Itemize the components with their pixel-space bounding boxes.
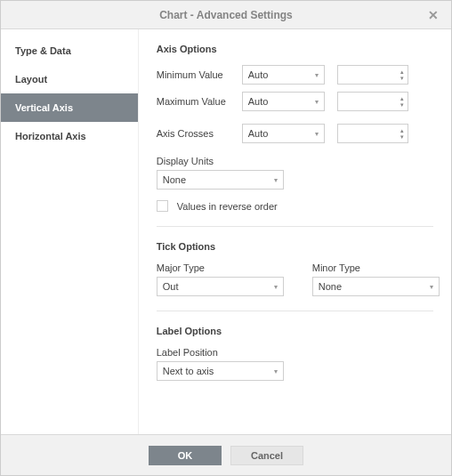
divider: [157, 226, 433, 227]
reverse-order-label: Values in reverse order: [177, 201, 278, 212]
axis-crosses-row: Axis Crosses Auto ▾ ▴▾: [157, 124, 433, 143]
sidebar-item-label: Type & Data: [15, 45, 71, 56]
chevron-down-icon: ▾: [400, 133, 404, 140]
chevron-down-icon: ▾: [274, 367, 278, 375]
select-value: Auto: [248, 128, 311, 139]
chevron-up-icon: ▴: [400, 95, 404, 101]
chevron-down-icon: ▾: [274, 176, 278, 184]
chevron-down-icon: ▾: [400, 75, 404, 81]
sidebar-item-label: Vertical Axis: [15, 102, 73, 113]
label-position-label: Label Position: [157, 347, 433, 358]
select-value: Out: [163, 281, 270, 292]
axis-crosses-label: Axis Crosses: [157, 128, 242, 139]
minor-type-col: Minor Type None ▾: [312, 262, 451, 296]
min-value-field[interactable]: [343, 69, 399, 81]
spinner-arrows[interactable]: ▴▾: [399, 127, 404, 140]
min-value-input[interactable]: ▴▾: [337, 65, 408, 85]
display-units-select[interactable]: None ▾: [157, 170, 284, 190]
divider: [157, 311, 433, 311]
chevron-down-icon: ▾: [274, 283, 278, 291]
chevron-down-icon: ▾: [315, 71, 319, 79]
label-position-select[interactable]: Next to axis ▾: [157, 361, 284, 381]
spinner-arrows[interactable]: ▴▾: [399, 69, 404, 81]
checkbox-icon: [157, 200, 168, 212]
display-units-label: Display Units: [157, 156, 433, 166]
select-value: None: [319, 281, 426, 292]
chevron-up-icon: ▴: [400, 69, 404, 75]
max-value-input[interactable]: ▴▾: [337, 92, 408, 111]
min-value-label: Minimum Value: [157, 69, 242, 80]
select-value: None: [163, 174, 270, 185]
minor-type-label: Minor Type: [312, 262, 451, 273]
dialog-body: Type & Data Layout Vertical Axis Horizon…: [1, 29, 451, 434]
chevron-down-icon: ▾: [400, 101, 404, 108]
axis-crosses-input[interactable]: ▴▾: [337, 124, 408, 143]
sidebar-item-layout[interactable]: Layout: [1, 65, 138, 93]
chevron-down-icon: ▾: [315, 98, 319, 106]
sidebar-item-label: Horizontal Axis: [15, 131, 86, 141]
max-value-mode-select[interactable]: Auto ▾: [242, 92, 325, 111]
axis-crosses-mode-select[interactable]: Auto ▾: [242, 124, 325, 143]
sidebar-item-label: Layout: [15, 74, 47, 85]
select-value: Auto: [248, 69, 311, 80]
sidebar: Type & Data Layout Vertical Axis Horizon…: [1, 29, 139, 434]
cancel-button[interactable]: Cancel: [230, 446, 303, 465]
sidebar-item-vertical-axis[interactable]: Vertical Axis: [1, 93, 138, 122]
sidebar-item-horizontal-axis[interactable]: Horizontal Axis: [1, 122, 138, 150]
max-value-field[interactable]: [343, 95, 399, 108]
content-panel: Axis Options Minimum Value Auto ▾ ▴▾ Max…: [139, 29, 451, 434]
chevron-up-icon: ▴: [400, 127, 404, 133]
select-value: Next to axis: [163, 366, 270, 376]
reverse-order-checkbox[interactable]: Values in reverse order: [157, 200, 433, 212]
tick-options-heading: Tick Options: [157, 241, 433, 252]
spinner-arrows[interactable]: ▴▾: [399, 95, 404, 108]
ok-button[interactable]: OK: [149, 446, 222, 465]
close-button[interactable]: ✕: [423, 1, 444, 29]
chart-advanced-settings-dialog: Chart - Advanced Settings ✕ Type & Data …: [0, 0, 452, 476]
button-label: OK: [178, 450, 193, 461]
axis-options-heading: Axis Options: [157, 44, 433, 54]
dialog-titlebar: Chart - Advanced Settings ✕: [1, 1, 451, 29]
dialog-title: Chart - Advanced Settings: [159, 9, 293, 21]
major-type-select[interactable]: Out ▾: [157, 277, 284, 296]
label-options-heading: Label Options: [157, 326, 433, 336]
dialog-footer: OK Cancel: [1, 434, 451, 475]
max-value-label: Maximum Value: [157, 96, 242, 107]
button-label: Cancel: [251, 450, 283, 461]
chevron-down-icon: ▾: [430, 283, 433, 291]
major-type-label: Major Type: [157, 262, 296, 273]
major-type-col: Major Type Out ▾: [157, 262, 296, 296]
select-value: Auto: [248, 96, 311, 107]
close-icon: ✕: [428, 8, 439, 22]
axis-crosses-field[interactable]: [343, 127, 399, 140]
chevron-down-icon: ▾: [315, 130, 319, 138]
min-value-mode-select[interactable]: Auto ▾: [242, 65, 325, 85]
minor-type-select[interactable]: None ▾: [312, 277, 440, 296]
min-value-row: Minimum Value Auto ▾ ▴▾: [157, 65, 433, 85]
max-value-row: Maximum Value Auto ▾ ▴▾: [157, 92, 433, 111]
sidebar-item-type-data[interactable]: Type & Data: [1, 36, 138, 65]
tick-options-row: Major Type Out ▾ Minor Type None ▾: [157, 262, 433, 296]
